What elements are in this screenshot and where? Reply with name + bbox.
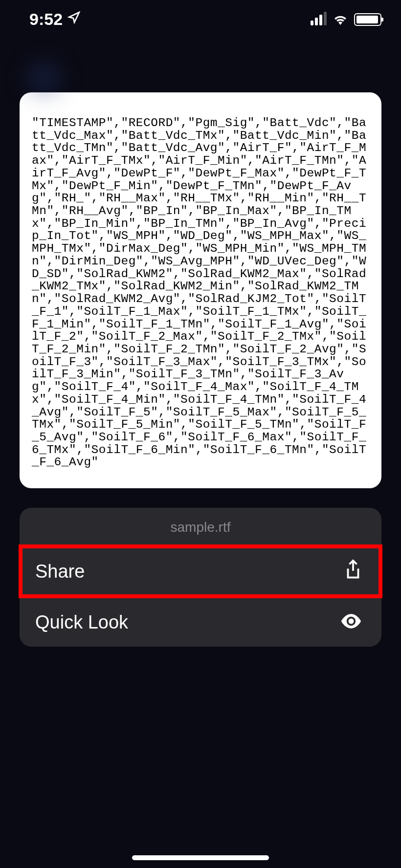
status-left: 9:52 (29, 10, 80, 29)
share-icon (344, 559, 362, 584)
background-glow (15, 59, 73, 98)
svg-point-0 (349, 619, 354, 624)
wifi-icon (333, 10, 348, 29)
status-time: 9:52 (29, 10, 63, 29)
share-menu-item[interactable]: Share (20, 545, 381, 598)
quicklook-menu-item[interactable]: Quick Look (20, 598, 381, 647)
home-indicator[interactable] (132, 855, 269, 860)
context-menu-title: sample.rtf (20, 508, 381, 545)
status-bar: 9:52 (0, 0, 401, 34)
file-preview-card[interactable]: "TIMESTAMP","RECORD","Pgm_Sig","Batt_Vdc… (20, 92, 381, 488)
share-label: Share (35, 561, 85, 582)
preview-text-content: "TIMESTAMP","RECORD","Pgm_Sig","Batt_Vdc… (32, 117, 372, 469)
location-services-icon (67, 11, 80, 27)
battery-icon (354, 13, 381, 26)
quicklook-label: Quick Look (35, 612, 128, 633)
eye-icon (340, 612, 362, 633)
cellular-signal-icon (311, 14, 327, 25)
context-menu: sample.rtf Share Quick Look (20, 508, 381, 647)
status-right (311, 10, 381, 29)
